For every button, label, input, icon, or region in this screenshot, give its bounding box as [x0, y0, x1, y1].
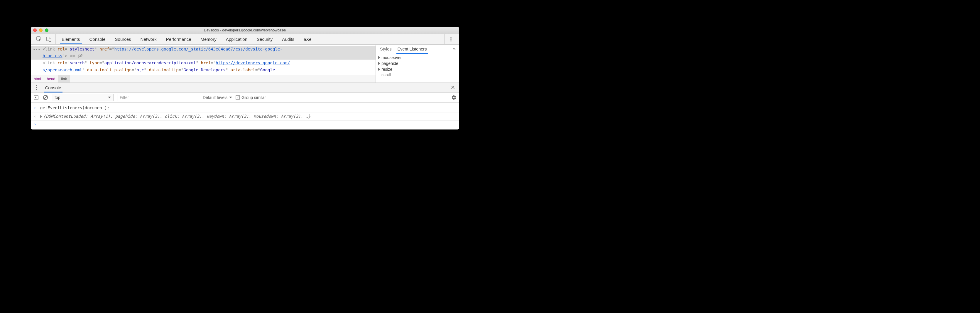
drawer-menu-icon: [35, 85, 38, 91]
console-output-text: {DOMContentLoaded: Array(1), pagehide: A…: [40, 113, 456, 120]
inspect-element-icon[interactable]: [36, 36, 42, 42]
close-window-button[interactable]: [33, 29, 37, 32]
close-drawer-icon[interactable]: ✕: [451, 84, 455, 91]
titlebar: DevTools - developers.google.com/web/sho…: [31, 27, 459, 34]
tab-memory[interactable]: Memory: [196, 34, 221, 44]
tab-elements[interactable]: Elements: [57, 34, 85, 44]
tabbar-right-controls: [444, 34, 457, 44]
context-value: top: [54, 95, 60, 100]
console-output-line[interactable]: ‹ {DOMContentLoaded: Array(1), pagehide:…: [31, 112, 459, 121]
ellipsis-icon[interactable]: •••: [31, 46, 43, 53]
filter-input[interactable]: [117, 94, 199, 101]
main-tabbar: Elements Console Sources Network Perform…: [31, 34, 459, 45]
tab-audits[interactable]: Audits: [277, 34, 299, 44]
drawer-tab-console[interactable]: Console: [41, 83, 65, 93]
elements-pane: ••• <link rel="stylesheet" href="https:/…: [31, 45, 375, 83]
prompt-out-icon: ‹: [34, 113, 38, 120]
prompt-icon: ›: [34, 122, 38, 126]
tabbar-left-controls: [33, 34, 56, 44]
styles-sidebar: Styles Event Listeners » mouseover pageh…: [375, 45, 459, 83]
tab-sources[interactable]: Sources: [110, 34, 136, 44]
tab-console[interactable]: Console: [85, 34, 110, 44]
zoom-window-button[interactable]: [45, 29, 48, 32]
listener-pagehide[interactable]: pagehide: [376, 61, 459, 66]
crumb-html[interactable]: html: [31, 75, 44, 83]
drawer-header: Console ✕: [31, 83, 459, 93]
sidebar-tab-event-listeners[interactable]: Event Listeners: [395, 45, 430, 54]
main-tabs: Elements Console Sources Network Perform…: [56, 34, 444, 44]
drawer-right: ✕: [448, 83, 457, 93]
console-sidebar-toggle-icon[interactable]: [33, 94, 39, 101]
console-output: › getEventListeners(document); ‹ {DOMCon…: [31, 103, 459, 130]
devtools-window: DevTools - developers.google.com/web/sho…: [31, 27, 459, 130]
console-input-line[interactable]: › getEventListeners(document);: [31, 104, 459, 112]
prompt-in-icon: ›: [34, 105, 38, 112]
clear-console-icon[interactable]: [43, 94, 48, 101]
expand-icon: [378, 56, 380, 59]
device-toolbar-icon[interactable]: [46, 36, 52, 42]
tab-performance[interactable]: Performance: [161, 34, 196, 44]
caret-down-icon: [108, 97, 111, 98]
tab-application[interactable]: Application: [221, 34, 252, 44]
elements-content: ••• <link rel="stylesheet" href="https:/…: [31, 45, 459, 83]
sidebar-more-tabs-icon[interactable]: »: [451, 45, 458, 54]
crumb-link[interactable]: link: [58, 75, 70, 83]
crumb-head[interactable]: head: [44, 75, 58, 83]
event-listener-list: mouseover pagehide resize scroll: [376, 54, 459, 83]
group-similar-label: Group similar: [242, 95, 266, 100]
tab-axe[interactable]: aXe: [299, 34, 316, 44]
main-menu-icon[interactable]: [448, 36, 454, 42]
expand-icon: [378, 62, 380, 65]
log-levels-label: Default levels: [203, 95, 228, 100]
dom-row[interactable]: <link rel="search" type="application/ope…: [31, 60, 375, 74]
console-input-text: getEventListeners(document);: [40, 105, 456, 112]
console-prompt[interactable]: ›: [31, 121, 459, 128]
caret-down-icon: [229, 97, 232, 98]
minimize-window-button[interactable]: [39, 29, 43, 32]
listener-resize[interactable]: resize: [376, 66, 459, 72]
drawer-menu[interactable]: [33, 83, 41, 93]
context-select[interactable]: top: [52, 94, 113, 101]
expand-icon[interactable]: [40, 115, 42, 118]
svg-rect-2: [49, 38, 51, 42]
listener-mouseover[interactable]: mouseover: [376, 54, 459, 61]
window-title: DevTools - developers.google.com/web/sho…: [31, 28, 459, 32]
console-toolbar: top Default levels ✓ Group similar: [31, 93, 459, 103]
sidebar-tab-styles[interactable]: Styles: [377, 45, 395, 54]
console-settings-icon[interactable]: [451, 94, 457, 101]
breadcrumb: html head link: [31, 75, 375, 83]
tab-security[interactable]: Security: [252, 34, 277, 44]
group-similar-toggle[interactable]: ✓ Group similar: [235, 95, 266, 100]
sidebar-tabs: Styles Event Listeners »: [376, 45, 459, 54]
listener-scroll[interactable]: scroll: [376, 72, 459, 78]
dom-tree[interactable]: ••• <link rel="stylesheet" href="https:/…: [31, 45, 375, 75]
tab-network[interactable]: Network: [136, 34, 161, 44]
checkbox-checked-icon: ✓: [235, 96, 240, 99]
window-controls: [33, 29, 48, 32]
log-levels-select[interactable]: Default levels: [203, 95, 232, 100]
dom-row-selected[interactable]: ••• <link rel="stylesheet" href="https:/…: [31, 46, 375, 60]
expand-icon: [378, 68, 380, 71]
